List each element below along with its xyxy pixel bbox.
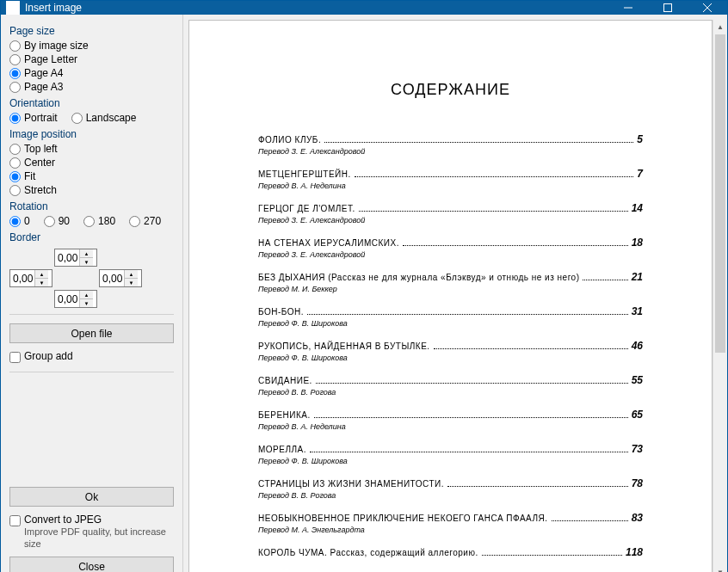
border-left-spin[interactable]: ▲▼: [9, 269, 52, 287]
body: Page size By image size Page Letter Page…: [1, 15, 727, 572]
toc-page: 55: [632, 374, 643, 386]
toc-dots: [316, 383, 628, 384]
minimize-button[interactable]: [608, 1, 648, 15]
radio-center[interactable]: Center: [9, 157, 174, 169]
border-grid: ▲▼ ▲▼ ▲▼ ▲▼: [9, 249, 174, 309]
page-size-label: Page size: [9, 25, 174, 37]
svg-rect-1: [664, 4, 672, 12]
toc-item: КОРОЛЬ ЧУМА. Рассказ, содержащий аллегор…: [258, 546, 643, 558]
toc-dots: [324, 142, 633, 143]
border-label: Border: [9, 231, 174, 243]
spin-down-icon[interactable]: ▼: [80, 258, 93, 266]
toc-title: КОРОЛЬ ЧУМА. Рассказ, содержащий аллегор…: [258, 548, 478, 557]
spin-up-icon[interactable]: ▲: [80, 291, 93, 299]
toc-item: СТРАНИЦЫ ИЗ ЖИЗНИ ЗНАМЕНИТОСТИ.78Перевод…: [258, 477, 643, 500]
toc-dots: [359, 211, 628, 212]
toc-list: ФОЛИО КЛУБ.5Перевод З. Е. АлександровойМ…: [258, 133, 643, 558]
spin-down-icon[interactable]: ▼: [35, 279, 48, 286]
group-add-checkbox[interactable]: Group add: [9, 350, 174, 363]
border-right-input[interactable]: [100, 270, 124, 286]
radio-stretch[interactable]: Stretch: [9, 184, 174, 196]
window: Insert image Page size By image size Pag…: [0, 0, 728, 572]
toc-title: МОРЕЛЛА.: [258, 445, 306, 454]
scroll-up-icon[interactable]: ▲: [713, 20, 727, 34]
toc-title: РУКОПИСЬ, НАЙДЕННАЯ В БУТЫЛКЕ.: [258, 341, 430, 351]
toc-item: ГЕРЦОГ ДЕ Л'ОМЛЕТ.14Перевод З. Е. Алекса…: [258, 202, 643, 224]
radio-page-letter[interactable]: Page Letter: [9, 53, 174, 65]
spin-up-icon[interactable]: ▲: [80, 249, 93, 258]
spin-down-icon[interactable]: ▼: [80, 299, 93, 307]
app-icon: [6, 1, 20, 15]
radio-fit[interactable]: Fit: [9, 170, 174, 182]
toc-item: БОН-БОН.31Перевод Ф. В. Широкова: [258, 305, 643, 328]
preview-area: СОДЕРЖАНИЕ ФОЛИО КЛУБ.5Перевод З. Е. Але…: [183, 15, 727, 572]
radio-270[interactable]: 270: [129, 215, 161, 227]
convert-jpeg-checkbox[interactable]: Convert to JPEG Improve PDF quality, but…: [9, 514, 174, 550]
toc-subtitle: Перевод З. Е. Александровой: [258, 147, 643, 156]
toc-dots: [314, 417, 628, 418]
toc-page: 73: [632, 443, 643, 455]
page-title: СОДЕРЖАНИЕ: [258, 81, 643, 99]
toc-subtitle: Перевод В. А. Неделина: [258, 181, 643, 190]
radio-landscape[interactable]: Landscape: [71, 112, 137, 124]
toc-item: БЕРЕНИКА.65Перевод В. А. Неделина: [258, 409, 643, 431]
scroll-thumb[interactable]: [715, 34, 725, 353]
toc-dots: [403, 245, 628, 246]
radio-page-a3[interactable]: Page A3: [9, 81, 174, 93]
rotation-group: 0 90 180 270: [9, 214, 174, 228]
toc-title: СВИДАНИЕ.: [258, 376, 312, 385]
page-content: СОДЕРЖАНИЕ ФОЛИО КЛУБ.5Перевод З. Е. Але…: [189, 21, 712, 572]
toc-subtitle: Перевод В. А. Неделина: [258, 422, 643, 431]
toc-subtitle: Перевод В. В. Рогова: [258, 388, 643, 397]
toc-title: НЕОБЫКНОВЕННОЕ ПРИКЛЮЧЕНИЕ НЕКОЕГО ГАНСА…: [258, 514, 548, 523]
radio-portrait[interactable]: Portrait: [9, 112, 58, 124]
toc-item: МЕТЦЕНГЕРШТЕЙН.7Перевод В. А. Неделина: [258, 168, 643, 190]
toc-page: 46: [632, 340, 643, 352]
toc-subtitle: Перевод В. В. Рогова: [258, 491, 643, 500]
toc-subtitle: Перевод М. И. Беккер: [258, 285, 643, 293]
ok-button[interactable]: Ok: [9, 487, 174, 507]
toc-subtitle: Перевод З. Е. Александровой: [258, 250, 643, 259]
radio-0[interactable]: 0: [9, 215, 30, 227]
spin-up-icon[interactable]: ▲: [125, 270, 138, 279]
spin-down-icon[interactable]: ▼: [125, 279, 138, 286]
radio-180[interactable]: 180: [83, 215, 115, 227]
scroll-track[interactable]: [713, 34, 727, 565]
toc-item: ФОЛИО КЛУБ.5Перевод З. Е. Александровой: [258, 133, 643, 156]
radio-by-image-size[interactable]: By image size: [9, 40, 174, 52]
toc-item: БЕЗ ДЫХАНИЯ (Рассказ не для журнала «Блэ…: [258, 271, 643, 293]
rotation-label: Rotation: [9, 200, 174, 212]
vertical-scrollbar[interactable]: ▲ ▼: [713, 20, 727, 572]
close-button[interactable]: [688, 1, 727, 15]
border-bottom-input[interactable]: [55, 291, 79, 307]
border-left-input[interactable]: [10, 270, 34, 286]
border-top-input[interactable]: [55, 249, 79, 266]
radio-90[interactable]: 90: [44, 215, 70, 227]
toc-dots: [355, 176, 634, 177]
toc-subtitle: Перевод Ф. В. Широкова: [258, 354, 643, 362]
radio-top-left[interactable]: Top left: [9, 143, 174, 155]
spin-up-icon[interactable]: ▲: [35, 270, 48, 279]
toc-item: СВИДАНИЕ.55Перевод В. В. Рогова: [258, 374, 643, 397]
toc-page: 78: [632, 477, 643, 489]
radio-page-a4[interactable]: Page A4: [9, 67, 174, 79]
toc-title: ФОЛИО КЛУБ.: [258, 135, 321, 145]
image-position-label: Image position: [9, 128, 174, 140]
border-bottom-spin[interactable]: ▲▼: [54, 290, 97, 308]
divider: [9, 314, 174, 315]
open-file-button[interactable]: Open file: [9, 323, 174, 343]
maximize-button[interactable]: [648, 1, 688, 15]
toc-title: ГЕРЦОГ ДЕ Л'ОМЛЕТ.: [258, 204, 355, 213]
close-dialog-button[interactable]: Close: [9, 557, 174, 572]
toc-page: 7: [637, 168, 643, 180]
scroll-down-icon[interactable]: ▼: [713, 565, 727, 572]
border-top-spin[interactable]: ▲▼: [54, 249, 97, 267]
toc-page: 18: [632, 237, 643, 249]
toc-title: БОН-БОН.: [258, 307, 304, 317]
toc-item: РУКОПИСЬ, НАЙДЕННАЯ В БУТЫЛКЕ.46Перевод …: [258, 340, 643, 362]
window-title: Insert image: [25, 2, 608, 14]
orientation-label: Orientation: [9, 97, 174, 109]
toc-dots: [447, 486, 628, 487]
border-right-spin[interactable]: ▲▼: [99, 269, 142, 287]
toc-item: НЕОБЫКНОВЕННОЕ ПРИКЛЮЧЕНИЕ НЕКОЕГО ГАНСА…: [258, 512, 643, 534]
